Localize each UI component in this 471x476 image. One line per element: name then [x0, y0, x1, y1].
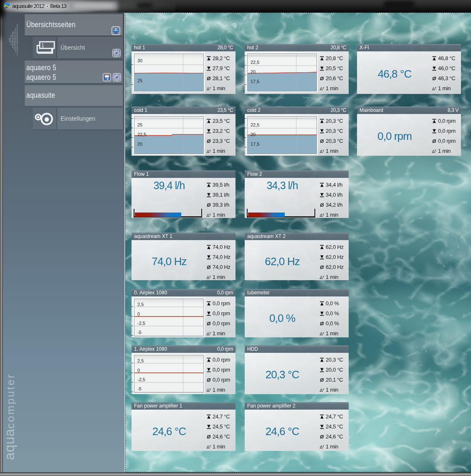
svg-text:1: 1	[41, 43, 44, 48]
